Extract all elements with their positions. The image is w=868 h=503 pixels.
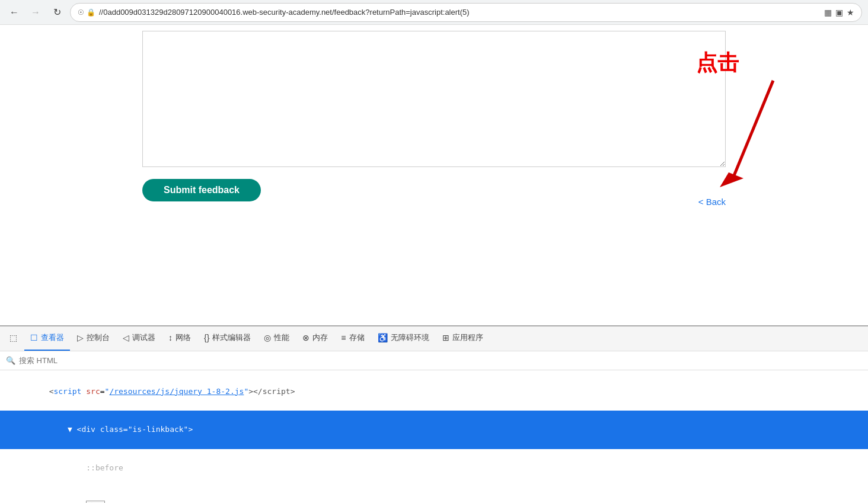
forward-button[interactable]: → bbox=[27, 4, 44, 21]
code-line-script-src: <script src="/resources/js/jquery 1-8-2.… bbox=[0, 373, 868, 411]
snap-icon: ⬚ bbox=[9, 333, 17, 342]
memory-label: 内存 bbox=[312, 332, 328, 343]
debugger-icon: ◁ bbox=[123, 333, 129, 342]
devtools-tab-console[interactable]: ▷ 控制台 bbox=[71, 326, 116, 351]
url-text: //0add009d031329d28097120900040016.web-s… bbox=[99, 8, 821, 17]
network-label: 网络 bbox=[175, 332, 191, 343]
network-icon: ↕ bbox=[168, 333, 173, 342]
qr-icon[interactable]: ▦ bbox=[824, 8, 832, 17]
style-editor-label: 样式编辑器 bbox=[212, 332, 251, 343]
devtools-code-view: <script src="/resources/js/jquery 1-8-2.… bbox=[0, 370, 868, 503]
back-button[interactable]: ← bbox=[6, 4, 23, 21]
inspector-icon: ☐ bbox=[30, 333, 38, 342]
memory-icon: ⊗ bbox=[302, 333, 309, 342]
performance-label: 性能 bbox=[274, 332, 289, 343]
performance-icon: ◎ bbox=[264, 333, 271, 342]
page-content-area: Submit feedback bbox=[0, 25, 868, 207]
devtools-tab-memory[interactable]: ⊗ 内存 bbox=[296, 326, 334, 351]
devtools-tab-application[interactable]: ⊞ 应用程序 bbox=[436, 326, 489, 351]
shield-icon: ☉ bbox=[78, 8, 84, 17]
application-label: 应用程序 bbox=[452, 332, 483, 343]
reload-button[interactable]: ↻ bbox=[49, 4, 65, 21]
code-line-before-pseudo: ::before bbox=[0, 449, 868, 487]
storage-label: 存储 bbox=[349, 332, 365, 343]
search-icon: 🔍 bbox=[6, 356, 15, 365]
devtools-tab-performance[interactable]: ◎ 性能 bbox=[258, 326, 295, 351]
back-link[interactable]: < Back bbox=[698, 197, 726, 207]
devtools-tab-inspector[interactable]: ☐ 查看器 bbox=[24, 326, 70, 351]
devtools-tab-network[interactable]: ↕ 网络 bbox=[162, 326, 197, 351]
inspector-label: 查看器 bbox=[41, 332, 64, 343]
bookmark-icon[interactable]: ★ bbox=[847, 8, 854, 17]
devtools-tabs: ⬚ ☐ 查看器 ▷ 控制台 ◁ 调试器 ↕ 网络 {} 样式编辑器 bbox=[0, 326, 868, 351]
devtools-tab-accessibility[interactable]: ♿ 无障碍环境 bbox=[372, 326, 435, 351]
feedback-textarea[interactable] bbox=[142, 31, 726, 167]
devtools-tab-storage[interactable]: ≡ 存储 bbox=[335, 326, 370, 351]
style-editor-icon: {} bbox=[204, 333, 209, 342]
address-bar[interactable]: ☉ 🔒 //0add009d031329d28097120900040016.w… bbox=[70, 3, 862, 22]
devtools-tab-style-editor[interactable]: {} 样式编辑器 bbox=[198, 326, 257, 351]
browser-toolbar: ← → ↻ ☉ 🔒 //0add009d031329d2809712090004… bbox=[0, 0, 868, 25]
console-label: 控制台 bbox=[87, 332, 110, 343]
devtools-panel: ⬚ ☐ 查看器 ▷ 控制台 ◁ 调试器 ↕ 网络 {} 样式编辑器 bbox=[0, 325, 868, 503]
security-icons: ☉ 🔒 bbox=[78, 8, 95, 17]
storage-icon: ≡ bbox=[341, 333, 346, 342]
devtools-tab-snap[interactable]: ⬚ bbox=[4, 326, 23, 351]
lock-icon: 🔒 bbox=[87, 8, 95, 17]
debugger-label: 调试器 bbox=[132, 332, 155, 343]
application-icon: ⊞ bbox=[442, 333, 449, 342]
code-line-div-linkback[interactable]: ▼ <div class="is-linkback"> bbox=[0, 411, 868, 448]
devtools-search-input[interactable] bbox=[19, 356, 862, 365]
console-icon: ▷ bbox=[77, 333, 84, 342]
reader-icon[interactable]: ▣ bbox=[835, 8, 843, 17]
accessibility-icon: ♿ bbox=[378, 333, 388, 342]
code-line-empty-space: 空白 bbox=[0, 487, 868, 503]
accessibility-label: 无障碍环境 bbox=[391, 332, 429, 343]
submit-feedback-button[interactable]: Submit feedback bbox=[142, 179, 261, 201]
devtools-tab-debugger[interactable]: ◁ 调试器 bbox=[117, 326, 161, 351]
devtools-search-bar: 🔍 bbox=[0, 351, 868, 370]
address-bar-actions: ▦ ▣ ★ bbox=[824, 8, 854, 17]
